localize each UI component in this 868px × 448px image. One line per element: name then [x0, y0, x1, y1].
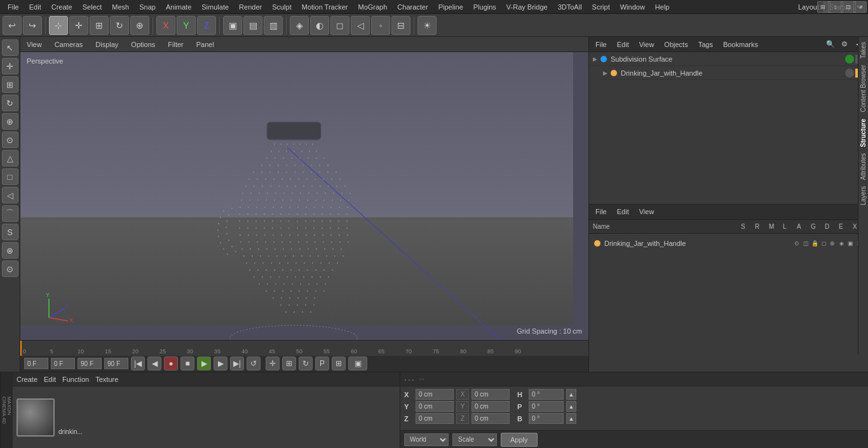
left-tool-scale[interactable]: ⊞: [2, 76, 18, 93]
mat-texture-menu[interactable]: Texture: [95, 376, 118, 383]
objects-edit-menu[interactable]: Edit: [614, 39, 632, 50]
mat-function-menu[interactable]: Function: [62, 376, 89, 383]
render-region-button[interactable]: ▤: [243, 16, 262, 35]
objects-bookmarks-menu[interactable]: Bookmarks: [721, 39, 761, 50]
objects-settings-icon[interactable]: ⚙: [839, 39, 850, 50]
obj-row-subdivision[interactable]: ▶ Subdivision Surface ✓: [589, 52, 868, 66]
viewport-menu-display[interactable]: Display: [93, 39, 121, 50]
left-tool-11[interactable]: S: [2, 224, 18, 240]
obj-mode-button[interactable]: ◈: [290, 16, 309, 35]
menu-character[interactable]: Character: [392, 2, 433, 12]
left-tool-8[interactable]: □: [2, 168, 18, 185]
move-tool-tl[interactable]: ✛: [266, 356, 280, 370]
mat-create-menu[interactable]: Create: [17, 376, 37, 383]
coord-b-input[interactable]: [529, 413, 564, 424]
tab-takes[interactable]: Takes: [858, 39, 868, 61]
menu-help[interactable]: Help: [650, 2, 675, 12]
left-tool-7[interactable]: △: [2, 150, 18, 166]
coord-x-scale-input[interactable]: [471, 389, 510, 400]
current-frame-input[interactable]: [24, 358, 48, 369]
apply-button[interactable]: Apply: [501, 433, 538, 447]
left-tool-10[interactable]: ⌒: [2, 205, 18, 222]
coord-p-input[interactable]: [529, 401, 564, 412]
select-tool-button[interactable]: ⊹: [49, 16, 68, 35]
attr-row-jar[interactable]: Drinking_Jar_with_Handle ⊙ ◫ 🔒 ◻ ⊕ ◈ ▣ ✕: [592, 236, 865, 250]
uv-mode-button[interactable]: ⊟: [391, 16, 410, 35]
rotate-tool-tl[interactable]: ↻: [299, 356, 313, 370]
tab-layers[interactable]: Layers: [858, 184, 868, 208]
menu-snap[interactable]: Snap: [134, 2, 161, 12]
scale-tool-tl[interactable]: ⊞: [282, 356, 296, 370]
left-tool-12[interactable]: ⊗: [2, 242, 18, 259]
left-tool-rotate[interactable]: ↻: [2, 95, 18, 111]
obj-vis-btn[interactable]: [845, 55, 854, 64]
loop-button[interactable]: ↺: [247, 356, 261, 370]
coord-h-btn[interactable]: ▲: [566, 389, 576, 400]
component-mode-button[interactable]: ◐: [310, 16, 329, 35]
mat-edit-menu[interactable]: Edit: [44, 376, 56, 383]
material-thumbnail[interactable]: [17, 398, 55, 437]
menu-mesh[interactable]: Mesh: [107, 2, 134, 12]
menu-simulate[interactable]: Simulate: [196, 2, 234, 12]
menu-window[interactable]: Window: [615, 2, 650, 12]
objects-tags-menu[interactable]: Tags: [696, 39, 715, 50]
attr-edit-menu[interactable]: Edit: [614, 207, 632, 217]
obj-row-jar[interactable]: ▶ Drinking_Jar_with_Handle: [599, 66, 868, 80]
undo-button[interactable]: ↩: [3, 16, 22, 35]
playback-btn-1[interactable]: P: [315, 356, 329, 370]
left-tool-9[interactable]: ◁: [2, 187, 18, 203]
menu-mograph[interactable]: MoGraph: [353, 2, 392, 12]
menu-file[interactable]: File: [3, 2, 24, 12]
play-button[interactable]: ▶: [197, 356, 211, 370]
attr-view-menu[interactable]: View: [637, 207, 657, 217]
scale-tool-button[interactable]: ⊞: [90, 16, 109, 35]
left-tool-move[interactable]: ✛: [2, 58, 18, 74]
frame-preview-end-input[interactable]: [78, 358, 102, 369]
viewport-menu-panel[interactable]: Panel: [194, 39, 217, 50]
menu-plugins[interactable]: Plugins: [468, 2, 501, 12]
to-end-button[interactable]: ▶|: [230, 356, 244, 370]
coord-b-btn[interactable]: ▲: [566, 413, 576, 424]
obj-vis-btn-jar[interactable]: [845, 69, 854, 78]
objects-view-menu[interactable]: View: [637, 39, 657, 50]
viewport-menu-options[interactable]: Options: [128, 39, 158, 50]
coord-z-pos-input[interactable]: [416, 413, 454, 424]
viewport[interactable]: Perspective Grid Spacing : 10 cm Z Y X: [20, 52, 588, 340]
stop-button[interactable]: ■: [180, 356, 194, 370]
playback-btn-3[interactable]: ▣: [348, 356, 367, 370]
poly-mode-button[interactable]: ◻: [330, 16, 349, 35]
add-tool-button[interactable]: ⊕: [130, 16, 149, 35]
menu-pipeline[interactable]: Pipeline: [433, 2, 468, 12]
tab-content-browser[interactable]: Content Browser: [858, 62, 868, 114]
to-start-button[interactable]: |◀: [131, 356, 145, 370]
menu-edit[interactable]: Edit: [24, 2, 46, 12]
coord-p-btn[interactable]: ▲: [566, 401, 576, 412]
step-back-button[interactable]: ◀: [147, 356, 161, 370]
viewport-menu-cameras[interactable]: Cameras: [52, 39, 86, 50]
viewport-menu-view[interactable]: View: [24, 39, 44, 50]
point-mode-button[interactable]: ◦: [371, 16, 390, 35]
coord-y-scale-input[interactable]: [471, 401, 510, 412]
frame-end-input[interactable]: [104, 358, 128, 369]
light-button[interactable]: ☀: [417, 16, 437, 35]
menu-animate[interactable]: Animate: [161, 2, 196, 12]
viewport-menu-filter[interactable]: Filter: [165, 39, 186, 50]
world-dropdown[interactable]: World: [404, 433, 449, 446]
coord-z-scale-input[interactable]: [471, 413, 510, 424]
objects-search-icon[interactable]: 🔍: [825, 39, 836, 50]
redo-button[interactable]: ↪: [23, 16, 42, 35]
left-tool-5[interactable]: ⊕: [2, 113, 18, 130]
menu-create[interactable]: Create: [46, 2, 78, 12]
rotate-tool-button[interactable]: ↻: [110, 16, 129, 35]
x-axis-button[interactable]: X: [156, 16, 175, 35]
y-axis-button[interactable]: Y: [177, 16, 196, 35]
tab-structure[interactable]: Structure: [858, 116, 868, 149]
objects-file-menu[interactable]: File: [593, 39, 609, 50]
move-tool-button[interactable]: ✛: [69, 16, 88, 35]
menu-select[interactable]: Select: [78, 2, 107, 12]
coord-x-pos-input[interactable]: [416, 389, 454, 400]
objects-objects-menu[interactable]: Objects: [661, 39, 690, 50]
z-axis-button[interactable]: Z: [197, 16, 216, 35]
coord-y-pos-input[interactable]: [416, 401, 454, 412]
left-tool-arrow[interactable]: ↖: [2, 39, 18, 56]
